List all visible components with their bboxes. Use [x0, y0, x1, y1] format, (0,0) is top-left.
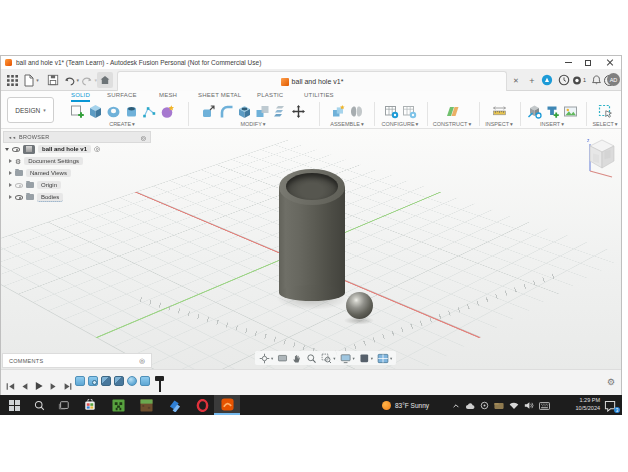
- skip-to-start-icon[interactable]: [6, 377, 15, 395]
- ms-store-icon[interactable]: [78, 395, 102, 415]
- visibility-eye-icon[interactable]: [15, 183, 23, 188]
- tab-sheet-metal[interactable]: SHEET METAL: [198, 92, 241, 100]
- job-status-icon[interactable]: [557, 73, 571, 87]
- maximize-button[interactable]: [579, 56, 597, 69]
- row-label[interactable]: Named Views: [26, 169, 71, 177]
- joint-icon[interactable]: [348, 103, 364, 119]
- combine-icon[interactable]: [254, 103, 270, 119]
- timeline-sphere-icon[interactable]: [127, 376, 137, 386]
- pan-hand-icon[interactable]: [292, 353, 302, 364]
- tab-solid[interactable]: SOLID: [71, 92, 90, 102]
- move-icon[interactable]: [290, 103, 306, 119]
- start-button-icon[interactable]: [2, 395, 26, 415]
- new-tab-icon[interactable]: +: [525, 74, 539, 88]
- group-select-label[interactable]: SELECT: [592, 121, 613, 127]
- document-tab[interactable]: ball and hole v1*: [117, 71, 507, 91]
- viewports-icon[interactable]: ▾: [377, 353, 392, 364]
- configuration-table-icon[interactable]: [401, 103, 417, 119]
- orbit-icon[interactable]: ▾: [259, 353, 273, 364]
- model-cylinder[interactable]: [279, 169, 345, 309]
- collapse-panel-icon[interactable]: ◄◄: [8, 135, 16, 140]
- shell-icon[interactable]: [236, 103, 252, 119]
- timeline-position-marker[interactable]: [154, 376, 166, 392]
- group-modify-label[interactable]: MODIFY: [240, 121, 261, 127]
- fusion-taskbar-icon[interactable]: [214, 395, 240, 415]
- expand-icon[interactable]: [9, 195, 12, 199]
- tab-utilities[interactable]: UTILITIES: [304, 92, 334, 100]
- zoom-icon[interactable]: [306, 353, 317, 364]
- expand-icon[interactable]: [9, 183, 12, 187]
- configure-icon[interactable]: [383, 103, 399, 119]
- comments-options-icon[interactable]: ◎: [139, 357, 145, 365]
- selection-ring-icon[interactable]: ◎: [94, 145, 100, 153]
- measure-icon[interactable]: [491, 103, 507, 119]
- step-back-icon[interactable]: [20, 377, 29, 395]
- hole-icon[interactable]: [123, 103, 139, 119]
- view-cube[interactable]: z: [579, 133, 621, 181]
- taskbar-weather[interactable]: 83°F Sunny: [382, 395, 429, 415]
- timeline-extrude-icon[interactable]: [101, 376, 111, 386]
- create-form-icon[interactable]: [159, 103, 175, 119]
- display-settings-icon[interactable]: ▾: [340, 353, 355, 364]
- wifi-icon[interactable]: [509, 396, 519, 414]
- row-label[interactable]: Document Settings: [24, 157, 83, 165]
- group-insert-label[interactable]: INSERT: [540, 121, 560, 127]
- row-label[interactable]: Bodies: [37, 193, 63, 202]
- grid-snap-icon[interactable]: ▾: [359, 353, 373, 364]
- active-jobs-icon[interactable]: 1: [572, 73, 586, 87]
- insert-derive-icon[interactable]: [526, 103, 542, 119]
- revolve-icon[interactable]: [105, 103, 121, 119]
- settings-gear-icon[interactable]: ⚙: [607, 376, 615, 388]
- visibility-eye-icon[interactable]: [12, 147, 20, 152]
- browser-row-bodies[interactable]: Bodies: [3, 191, 151, 203]
- timeline-feature-icon[interactable]: [140, 376, 150, 386]
- model-sphere[interactable]: [346, 292, 373, 319]
- sketch-curve-icon[interactable]: [141, 103, 157, 119]
- avatar[interactable]: AD: [607, 73, 620, 86]
- save-icon[interactable]: [45, 72, 61, 88]
- timeline-sketch-icon[interactable]: [75, 376, 85, 386]
- expand-icon[interactable]: [5, 148, 9, 151]
- redo-icon[interactable]: ▾: [81, 72, 97, 88]
- viewport-canvas[interactable]: ◄◄ BROWSER ◎ ball and hole v1 ◎: [1, 129, 621, 369]
- browser-options-icon[interactable]: ◎: [141, 134, 146, 141]
- step-forward-icon[interactable]: [49, 377, 58, 395]
- browser-row-document-settings[interactable]: ⚙ Document Settings: [3, 155, 151, 167]
- data-panel-toggle-icon[interactable]: [4, 72, 20, 88]
- expand-icon[interactable]: [9, 159, 12, 163]
- group-create-label[interactable]: CREATE: [109, 121, 131, 127]
- offset-plane-icon[interactable]: [272, 103, 288, 119]
- minecraft-creeper-icon[interactable]: [106, 395, 130, 415]
- browser-row-origin[interactable]: Origin: [3, 179, 151, 191]
- group-configure-label[interactable]: CONFIGURE: [382, 121, 415, 127]
- close-button[interactable]: [601, 56, 619, 69]
- timeline-extrude-icon[interactable]: [114, 376, 124, 386]
- search-icon[interactable]: [27, 395, 51, 415]
- taskbar-clock[interactable]: 1:29 PM 10/5/2024: [564, 397, 600, 412]
- tab-plastic[interactable]: PLASTIC: [257, 92, 283, 100]
- tray-chevron-up-icon[interactable]: [452, 396, 460, 414]
- sync-icon[interactable]: [480, 396, 489, 414]
- undo-icon[interactable]: ▾: [63, 72, 79, 88]
- group-inspect-label[interactable]: INSPECT: [485, 121, 509, 127]
- look-at-icon[interactable]: [277, 353, 288, 363]
- browser-root-label[interactable]: ball and hole v1: [38, 145, 91, 153]
- group-construct-label[interactable]: CONSTRUCT: [433, 121, 468, 127]
- play-icon[interactable]: [34, 377, 44, 395]
- select-icon[interactable]: [597, 103, 613, 119]
- visibility-eye-icon[interactable]: [15, 195, 23, 200]
- new-component-icon[interactable]: [330, 103, 346, 119]
- task-view-icon[interactable]: [52, 395, 76, 415]
- construct-plane-icon[interactable]: [444, 103, 460, 119]
- tab-mesh[interactable]: MESH: [159, 92, 177, 100]
- opera-gx-icon[interactable]: [190, 395, 214, 415]
- canvas-image-icon[interactable]: [562, 103, 578, 119]
- action-center-icon[interactable]: 3: [604, 398, 619, 412]
- comments-panel[interactable]: COMMENTS ◎: [2, 353, 152, 368]
- speaker-icon[interactable]: [524, 396, 534, 414]
- minimize-button[interactable]: [559, 56, 577, 69]
- expand-icon[interactable]: [9, 171, 12, 175]
- browser-root-row[interactable]: ball and hole v1 ◎: [3, 143, 151, 155]
- create-sketch-icon[interactable]: [69, 103, 85, 119]
- close-tab-icon[interactable]: ✕: [509, 74, 523, 88]
